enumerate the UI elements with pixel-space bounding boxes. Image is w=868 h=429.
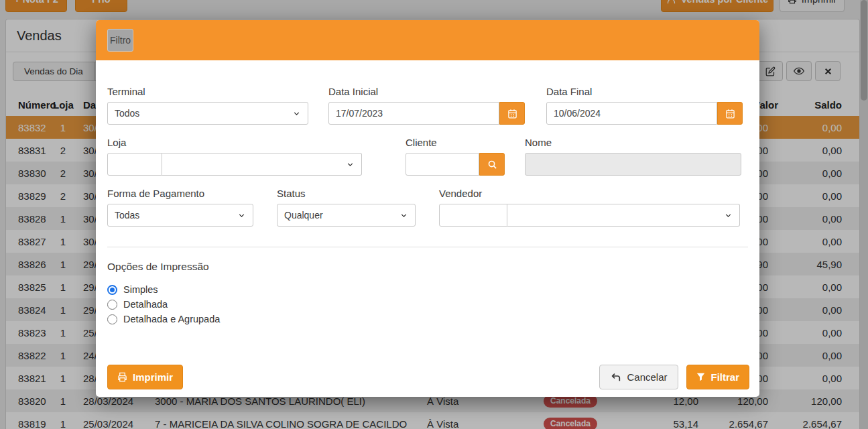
loja-select[interactable] (162, 153, 362, 176)
print-options-title: Opções de Impressão (107, 261, 748, 273)
calendar-icon (725, 109, 735, 119)
forma-pagamento-label: Forma de Pagamento (107, 188, 253, 199)
cliente-input[interactable] (413, 159, 472, 170)
data-inicial-calendar-button[interactable] (499, 102, 525, 125)
radio-icon (107, 300, 117, 310)
radio-detalhada-agrupada-label: Detalhada e Agrupada (123, 314, 220, 324)
printer-icon (117, 372, 127, 382)
print-options-group: Simples Detalhada Detalhada e Agrupada (107, 282, 748, 326)
filtrar-label: Filtrar (710, 371, 739, 383)
terminal-value: Todos (115, 108, 139, 119)
chevron-down-icon (346, 160, 355, 169)
cancelar-button[interactable]: Cancelar (599, 365, 678, 389)
data-inicial-input[interactable] (336, 108, 492, 119)
data-final-input-wrap (546, 102, 717, 125)
vendedor-select[interactable] (507, 204, 740, 227)
chevron-down-icon (724, 211, 733, 220)
status-select[interactable]: Qualquer (277, 204, 416, 227)
filtrar-button[interactable]: Filtrar (686, 365, 749, 389)
data-final-input[interactable] (554, 108, 710, 119)
cancelar-label: Cancelar (627, 371, 667, 383)
loja-code-input[interactable] (115, 159, 155, 170)
nome-field-disabled (525, 153, 741, 176)
data-final-label: Data Final (546, 86, 743, 97)
imprimir-button[interactable]: Imprimir (107, 365, 183, 389)
radio-detalhada-agrupada[interactable]: Detalhada e Agrupada (107, 312, 748, 326)
calendar-icon (507, 109, 517, 119)
cliente-input-wrap (406, 153, 479, 176)
radio-simples-label: Simples (123, 284, 158, 295)
section-divider (107, 247, 748, 247)
terminal-label: Terminal (107, 86, 308, 97)
data-inicial-input-wrap (328, 102, 499, 125)
forma-pagamento-value: Todas (115, 210, 139, 221)
radio-detalhada[interactable]: Detalhada (107, 297, 748, 312)
chevron-down-icon (399, 211, 408, 220)
radio-icon (107, 314, 117, 324)
status-value: Qualquer (284, 210, 323, 221)
filter-icon (696, 373, 705, 381)
vendedor-code-input[interactable] (446, 210, 500, 221)
forma-pagamento-select[interactable]: Todas (107, 204, 253, 227)
radio-detalhada-label: Detalhada (123, 299, 168, 310)
radio-simples[interactable]: Simples (107, 282, 748, 297)
radio-icon (107, 285, 117, 295)
loja-code-input-wrap (107, 153, 162, 176)
imprimir-label: Imprimir (133, 371, 173, 383)
search-icon (487, 160, 497, 170)
status-label: Status (277, 188, 416, 199)
terminal-select[interactable]: Todos (107, 102, 308, 125)
filtro-modal: Filtro Terminal Todos Data Inicial (96, 20, 759, 397)
data-final-calendar-button[interactable] (717, 102, 743, 125)
data-inicial-label: Data Inicial (328, 86, 525, 97)
chevron-down-icon (237, 211, 246, 220)
chevron-down-icon (292, 109, 301, 118)
nome-label: Nome (525, 137, 741, 148)
modal-title: Filtro (107, 29, 133, 52)
modal-header: Filtro (96, 20, 759, 60)
cliente-search-button[interactable] (479, 153, 505, 176)
cliente-label: Cliente (406, 137, 505, 148)
vendedor-label: Vendedor (439, 188, 740, 199)
vendedor-code-input-wrap (439, 204, 507, 227)
reply-icon (611, 372, 621, 383)
loja-label: Loja (107, 137, 362, 148)
